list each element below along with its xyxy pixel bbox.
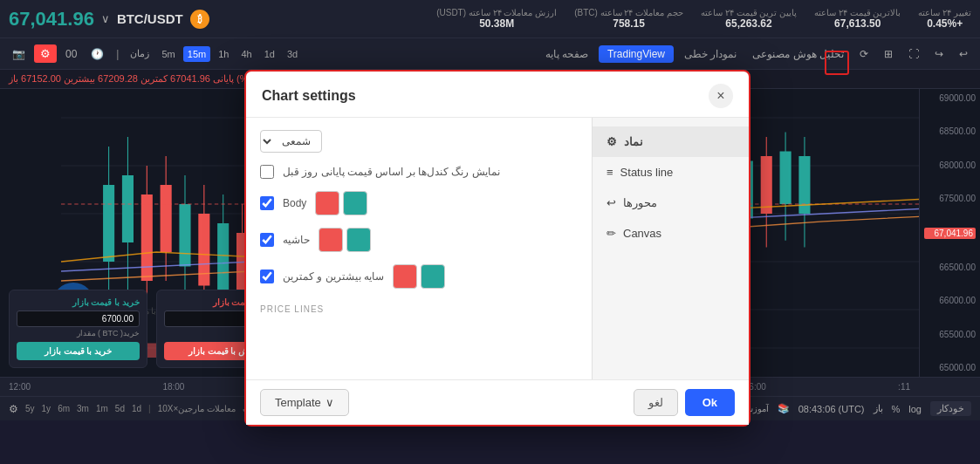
stat-high: بالاترین قیمت ۲۴ ساعته 67,613.50 <box>814 8 901 30</box>
border-color-red[interactable] <box>319 228 343 252</box>
symbol-label: نماد <box>624 135 643 148</box>
settings-btn-1[interactable]: 00 <box>60 45 82 63</box>
symbol-icon: ⚙ <box>607 135 617 148</box>
time-label-2: 18:00 <box>162 382 184 392</box>
border-row: حاشیه <box>260 228 578 252</box>
canvas-label: Canvas <box>623 227 661 240</box>
stat-low-value: 65,263.62 <box>701 17 797 30</box>
chart-settings-modal: × Chart settings نماد ⚙ Status line ≡ مح… <box>244 70 750 426</box>
stat-change-label: تغییر ۲۴ ساعته <box>918 8 971 17</box>
margin-label: معاملات مارجین×10X <box>158 404 236 413</box>
tf-1d-button[interactable]: 1d <box>260 46 279 62</box>
status-line-icon: ≡ <box>607 166 613 179</box>
modal-body: نماد ⚙ Status line ≡ محورها ↩ Canvas ✏ ش… <box>246 118 749 379</box>
range-6m[interactable]: 6m <box>58 404 70 413</box>
sidebar-item-axes[interactable]: محورها ↩ <box>593 188 749 218</box>
stat-vol-btc-label: حجم معاملات ۲۴ ساعته (BTC) <box>574 8 683 17</box>
percent-label: % <box>892 404 901 414</box>
border-checkbox[interactable] <box>260 233 274 247</box>
range-1y[interactable]: 1y <box>42 404 51 413</box>
canvas-icon: ✏ <box>607 227 616 240</box>
shadow-color-green[interactable] <box>421 264 445 289</box>
template-arrow-icon: ∨ <box>326 396 334 409</box>
auto-button[interactable]: خودکار <box>930 401 971 416</box>
body-checkbox[interactable] <box>260 196 274 210</box>
bar-label: باز <box>874 403 883 414</box>
buy-button[interactable]: خرید با قیمت بازار <box>17 342 140 360</box>
range-5y[interactable]: 5y <box>25 404 35 413</box>
price-level-7: 66000.00 <box>924 296 976 305</box>
svg-rect-49 <box>761 156 772 214</box>
chart-toolbar: ↩ ↪ ⛶ ⊞ ⟳ تحلیل هوش مصنوعی نمودار خطی Tr… <box>0 38 980 70</box>
time-label-7: 11: <box>898 382 910 392</box>
cancel-button[interactable]: لغو <box>634 389 678 416</box>
tf-3d-button[interactable]: 3d <box>283 46 302 62</box>
price-level-9: 65000.00 <box>924 363 976 372</box>
analyze-button[interactable]: ⟳ <box>854 45 874 63</box>
main-price: 67,041.96 <box>9 8 94 31</box>
ok-button[interactable]: Ok <box>685 389 735 416</box>
modal-close-button[interactable]: × <box>709 84 733 108</box>
fullscreen-button[interactable]: ⛶ <box>903 45 924 63</box>
clock-icon[interactable]: 🕐 <box>86 45 109 63</box>
svg-rect-13 <box>161 185 172 252</box>
price-level-8: 65500.00 <box>924 330 976 339</box>
undo-button[interactable]: ↩ <box>954 45 973 63</box>
body-color-green[interactable] <box>343 191 367 215</box>
stat-low: پایین ترین قیمت ۲۴ ساعته 65,263.62 <box>701 8 797 30</box>
candle-type-row: شمعی <box>260 130 578 153</box>
tf-4h-button[interactable]: 4h <box>236 46 256 62</box>
tf-5m-button[interactable]: 5m <box>157 46 179 62</box>
template-button[interactable]: ∨ Template <box>260 389 349 416</box>
shadow-checkbox[interactable] <box>260 270 274 283</box>
sidebar-item-canvas[interactable]: Canvas ✏ <box>593 218 749 249</box>
prev-close-row: نمایش رنگ کندل‌ها بر اساس قیمت پایانی رو… <box>260 165 578 179</box>
shadow-color-red[interactable] <box>393 264 417 289</box>
chart-settings-gear-button[interactable]: ⚙ <box>34 44 57 63</box>
axes-label: محورها <box>623 196 657 209</box>
sidebar-item-status-line[interactable]: Status line ≡ <box>593 157 749 188</box>
buy-unit-label: خرید( BTC ) مقدار <box>17 329 140 338</box>
border-color-green[interactable] <box>346 228 371 252</box>
chart-type-button[interactable]: نمودار خطی <box>679 45 742 63</box>
tf-1h-button[interactable]: 1h <box>214 46 233 62</box>
ai-analyze-button[interactable]: تحلیل هوش مصنوعی <box>747 45 849 63</box>
candle-type-select[interactable]: شمعی <box>260 130 322 153</box>
prev-close-checkbox[interactable] <box>260 165 274 179</box>
range-3m[interactable]: 3m <box>77 404 89 413</box>
buy-price-input[interactable] <box>17 310 140 327</box>
svg-rect-51 <box>780 152 792 205</box>
tf-time-button[interactable]: زمان <box>126 45 154 62</box>
stat-vol-btc: حجم معاملات ۲۴ ساعته (BTC) 758.15 <box>574 8 683 30</box>
range-1m[interactable]: 1m <box>96 404 108 413</box>
body-colors <box>315 191 367 215</box>
page-base-button[interactable]: صفحه پایه <box>540 45 593 63</box>
stat-low-label: پایین ترین قیمت ۲۴ ساعته <box>701 8 797 17</box>
shadow-label: سایه بیشترین و کمترین <box>283 270 384 283</box>
stat-vol-usdt-label: ارزش معاملات ۲۴ ساعته (USDT) <box>436 8 557 17</box>
redo-button[interactable]: ↪ <box>929 45 949 63</box>
footer-actions-left: Ok لغو <box>634 389 735 416</box>
range-5d[interactable]: 5d <box>115 404 125 413</box>
pair-label: BTC/USDT <box>117 11 183 26</box>
status-line-label: Status line <box>620 166 674 179</box>
screenshot-button[interactable]: 📷 <box>7 45 31 63</box>
stat-high-value: 67,613.50 <box>814 17 901 30</box>
stat-vol-usdt: ارزش معاملات ۲۴ ساعته (USDT) 50.38M <box>436 8 557 30</box>
settings-icon-bottom[interactable]: ⚙ <box>9 403 18 415</box>
time-label-1: 12:00 <box>9 382 31 392</box>
tf-15m-button[interactable]: 15m <box>183 46 210 62</box>
magnet-button[interactable]: ⊞ <box>879 45 898 63</box>
modal-title: Chart settings <box>262 88 356 104</box>
sidebar-item-symbol[interactable]: نماد ⚙ <box>593 126 749 157</box>
svg-rect-15 <box>179 204 190 267</box>
body-color-red[interactable] <box>315 191 339 215</box>
range-1d[interactable]: 1d <box>132 404 141 413</box>
modal-content: شمعی نمایش رنگ کندل‌ها بر اساس قیمت پایا… <box>246 118 592 379</box>
stat-change-value: +0.45% <box>918 17 971 30</box>
stat-change: تغییر ۲۴ ساعته +0.45% <box>918 8 971 30</box>
tradingview-button[interactable]: TradingView <box>599 45 674 63</box>
top-stat-bar: تغییر ۲۴ ساعته +0.45% بالاترین قیمت ۲۴ س… <box>0 0 980 38</box>
modal-sidebar: نماد ⚙ Status line ≡ محورها ↩ Canvas ✏ <box>592 118 749 379</box>
body-label: Body <box>283 197 306 209</box>
